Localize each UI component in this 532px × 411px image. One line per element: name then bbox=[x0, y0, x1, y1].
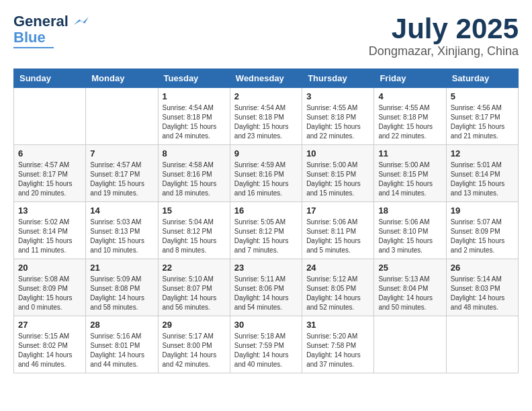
calendar-cell: 26Sunrise: 5:14 AM Sunset: 8:03 PM Dayli… bbox=[446, 259, 518, 316]
day-number: 13 bbox=[18, 205, 81, 216]
day-number: 25 bbox=[378, 263, 441, 273]
day-number: 12 bbox=[451, 148, 514, 158]
logo: General Blue bbox=[13, 13, 89, 48]
calendar-cell: 5Sunrise: 4:56 AM Sunset: 8:17 PM Daylig… bbox=[446, 88, 518, 145]
day-info: Sunrise: 5:16 AM Sunset: 8:01 PM Dayligh… bbox=[90, 332, 153, 369]
day-info: Sunrise: 5:00 AM Sunset: 8:15 PM Dayligh… bbox=[306, 161, 369, 198]
weekday-header-tuesday: Tuesday bbox=[158, 69, 230, 88]
day-info: Sunrise: 5:13 AM Sunset: 8:04 PM Dayligh… bbox=[378, 275, 441, 312]
day-info: Sunrise: 4:54 AM Sunset: 8:18 PM Dayligh… bbox=[163, 103, 226, 141]
calendar-cell: 2Sunrise: 4:54 AM Sunset: 8:18 PM Daylig… bbox=[230, 88, 302, 145]
calendar-cell bbox=[374, 316, 446, 373]
day-info: Sunrise: 5:04 AM Sunset: 8:12 PM Dayligh… bbox=[163, 218, 226, 255]
day-number: 29 bbox=[163, 320, 226, 330]
calendar-cell: 10Sunrise: 5:00 AM Sunset: 8:15 PM Dayli… bbox=[302, 145, 374, 202]
day-info: Sunrise: 5:20 AM Sunset: 7:58 PM Dayligh… bbox=[306, 332, 369, 369]
day-info: Sunrise: 4:58 AM Sunset: 8:16 PM Dayligh… bbox=[163, 161, 226, 198]
day-info: Sunrise: 5:06 AM Sunset: 8:10 PM Dayligh… bbox=[378, 218, 441, 255]
day-number: 17 bbox=[306, 205, 369, 216]
calendar-cell bbox=[86, 88, 158, 145]
calendar-cell: 18Sunrise: 5:06 AM Sunset: 8:10 PM Dayli… bbox=[374, 202, 446, 259]
day-info: Sunrise: 4:54 AM Sunset: 8:18 PM Dayligh… bbox=[234, 103, 298, 141]
calendar-cell: 12Sunrise: 5:01 AM Sunset: 8:14 PM Dayli… bbox=[446, 145, 518, 202]
day-info: Sunrise: 5:10 AM Sunset: 8:07 PM Dayligh… bbox=[163, 275, 226, 312]
day-number: 5 bbox=[451, 91, 514, 101]
day-info: Sunrise: 5:15 AM Sunset: 8:02 PM Dayligh… bbox=[18, 332, 81, 369]
calendar-cell: 6Sunrise: 4:57 AM Sunset: 8:17 PM Daylig… bbox=[14, 145, 86, 202]
calendar-week-row: 1Sunrise: 4:54 AM Sunset: 8:18 PM Daylig… bbox=[14, 88, 519, 145]
calendar-week-row: 27Sunrise: 5:15 AM Sunset: 8:02 PM Dayli… bbox=[14, 316, 519, 373]
day-info: Sunrise: 4:57 AM Sunset: 8:17 PM Dayligh… bbox=[18, 161, 81, 198]
weekday-header-monday: Monday bbox=[86, 69, 158, 88]
calendar-cell: 9Sunrise: 4:59 AM Sunset: 8:16 PM Daylig… bbox=[230, 145, 302, 202]
calendar-cell: 13Sunrise: 5:02 AM Sunset: 8:14 PM Dayli… bbox=[14, 202, 86, 259]
calendar-cell: 8Sunrise: 4:58 AM Sunset: 8:16 PM Daylig… bbox=[158, 145, 230, 202]
day-number: 4 bbox=[378, 91, 441, 101]
calendar-cell bbox=[446, 316, 518, 373]
day-info: Sunrise: 5:06 AM Sunset: 8:11 PM Dayligh… bbox=[306, 218, 369, 255]
day-number: 1 bbox=[163, 91, 226, 101]
day-number: 20 bbox=[18, 263, 81, 273]
calendar-cell: 30Sunrise: 5:18 AM Sunset: 7:59 PM Dayli… bbox=[230, 316, 302, 373]
day-info: Sunrise: 5:18 AM Sunset: 7:59 PM Dayligh… bbox=[234, 332, 298, 369]
calendar-cell: 20Sunrise: 5:08 AM Sunset: 8:09 PM Dayli… bbox=[14, 259, 86, 316]
calendar-cell: 17Sunrise: 5:06 AM Sunset: 8:11 PM Dayli… bbox=[302, 202, 374, 259]
day-info: Sunrise: 4:55 AM Sunset: 8:18 PM Dayligh… bbox=[378, 103, 441, 141]
day-info: Sunrise: 5:03 AM Sunset: 8:13 PM Dayligh… bbox=[90, 218, 153, 255]
day-number: 6 bbox=[18, 148, 81, 158]
day-info: Sunrise: 5:12 AM Sunset: 8:05 PM Dayligh… bbox=[306, 275, 369, 312]
day-number: 19 bbox=[451, 205, 514, 216]
weekday-header-friday: Friday bbox=[374, 69, 446, 88]
page-header: General Blue July 2025 Dongmazar, Xinjia… bbox=[13, 13, 519, 58]
day-number: 3 bbox=[306, 91, 369, 101]
day-info: Sunrise: 4:55 AM Sunset: 8:18 PM Dayligh… bbox=[306, 103, 369, 141]
day-number: 30 bbox=[234, 320, 298, 330]
calendar-cell: 16Sunrise: 5:05 AM Sunset: 8:12 PM Dayli… bbox=[230, 202, 302, 259]
day-number: 21 bbox=[90, 263, 153, 273]
day-number: 23 bbox=[234, 263, 298, 273]
calendar-cell: 3Sunrise: 4:55 AM Sunset: 8:18 PM Daylig… bbox=[302, 88, 374, 145]
day-info: Sunrise: 5:11 AM Sunset: 8:06 PM Dayligh… bbox=[234, 275, 298, 312]
day-info: Sunrise: 4:57 AM Sunset: 8:17 PM Dayligh… bbox=[90, 161, 153, 198]
day-info: Sunrise: 4:56 AM Sunset: 8:17 PM Dayligh… bbox=[451, 103, 514, 141]
day-number: 27 bbox=[18, 320, 81, 330]
logo-blue: Blue bbox=[13, 30, 46, 46]
weekday-header-sunday: Sunday bbox=[14, 69, 86, 88]
day-number: 18 bbox=[378, 205, 441, 216]
day-info: Sunrise: 5:02 AM Sunset: 8:14 PM Dayligh… bbox=[18, 218, 81, 255]
calendar-cell: 1Sunrise: 4:54 AM Sunset: 8:18 PM Daylig… bbox=[158, 88, 230, 145]
calendar-cell bbox=[14, 88, 86, 145]
day-number: 16 bbox=[234, 205, 298, 216]
calendar-cell: 14Sunrise: 5:03 AM Sunset: 8:13 PM Dayli… bbox=[86, 202, 158, 259]
calendar-cell: 7Sunrise: 4:57 AM Sunset: 8:17 PM Daylig… bbox=[86, 145, 158, 202]
day-info: Sunrise: 5:09 AM Sunset: 8:08 PM Dayligh… bbox=[90, 275, 153, 312]
calendar-week-row: 13Sunrise: 5:02 AM Sunset: 8:14 PM Dayli… bbox=[14, 202, 519, 259]
calendar-cell: 11Sunrise: 5:00 AM Sunset: 8:15 PM Dayli… bbox=[374, 145, 446, 202]
weekday-header-row: SundayMondayTuesdayWednesdayThursdayFrid… bbox=[14, 69, 519, 88]
logo-divider bbox=[13, 47, 54, 48]
day-number: 24 bbox=[306, 263, 369, 273]
day-number: 9 bbox=[234, 148, 298, 158]
day-info: Sunrise: 4:59 AM Sunset: 8:16 PM Dayligh… bbox=[234, 161, 298, 198]
weekday-header-thursday: Thursday bbox=[302, 69, 374, 88]
calendar-table: SundayMondayTuesdayWednesdayThursdayFrid… bbox=[13, 68, 519, 373]
calendar-cell: 29Sunrise: 5:17 AM Sunset: 8:00 PM Dayli… bbox=[158, 316, 230, 373]
title-block: July 2025 Dongmazar, Xinjiang, China bbox=[369, 13, 519, 58]
day-info: Sunrise: 5:14 AM Sunset: 8:03 PM Dayligh… bbox=[451, 275, 514, 312]
weekday-header-wednesday: Wednesday bbox=[230, 69, 302, 88]
day-info: Sunrise: 5:17 AM Sunset: 8:00 PM Dayligh… bbox=[163, 332, 226, 369]
svg-marker-0 bbox=[74, 17, 89, 25]
calendar-cell: 27Sunrise: 5:15 AM Sunset: 8:02 PM Dayli… bbox=[14, 316, 86, 373]
day-info: Sunrise: 5:00 AM Sunset: 8:15 PM Dayligh… bbox=[378, 161, 441, 198]
day-info: Sunrise: 5:01 AM Sunset: 8:14 PM Dayligh… bbox=[451, 161, 514, 198]
day-number: 7 bbox=[90, 148, 153, 158]
day-info: Sunrise: 5:05 AM Sunset: 8:12 PM Dayligh… bbox=[234, 218, 298, 255]
day-number: 15 bbox=[163, 205, 226, 216]
calendar-cell: 28Sunrise: 5:16 AM Sunset: 8:01 PM Dayli… bbox=[86, 316, 158, 373]
calendar-cell: 25Sunrise: 5:13 AM Sunset: 8:04 PM Dayli… bbox=[374, 259, 446, 316]
day-number: 28 bbox=[90, 320, 153, 330]
calendar-cell: 31Sunrise: 5:20 AM Sunset: 7:58 PM Dayli… bbox=[302, 316, 374, 373]
calendar-cell: 21Sunrise: 5:09 AM Sunset: 8:08 PM Dayli… bbox=[86, 259, 158, 316]
calendar-cell: 24Sunrise: 5:12 AM Sunset: 8:05 PM Dayli… bbox=[302, 259, 374, 316]
logo-general: General bbox=[13, 13, 69, 30]
